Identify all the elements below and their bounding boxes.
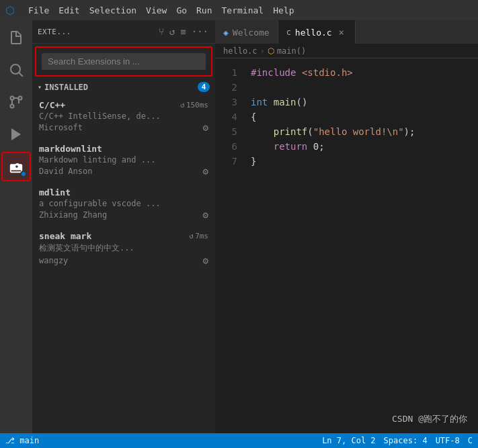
installed-count-badge: 4 <box>198 82 210 92</box>
activity-search[interactable] <box>1 55 31 85</box>
chevron-down-icon: ▾ <box>38 83 42 91</box>
gear-icon[interactable]: ⚙ <box>203 166 208 177</box>
activity-bar <box>0 20 32 433</box>
vscode-logo: ⬡ <box>5 4 15 17</box>
sidebar-header: EXTE... ⑂ ↺ ≡ ··· <box>32 20 215 44</box>
menu-edit[interactable]: Edit <box>58 5 79 15</box>
menu-go[interactable]: Go <box>176 5 187 15</box>
list-item[interactable]: C/C++ ↺ 150ms C/C++ IntelliSense, de... … <box>35 95 212 138</box>
ext-description: C/C++ IntelliSense, de... <box>39 111 173 121</box>
code-area: 1 2 3 4 5 6 7 #include <stdio.h> int mai… <box>215 58 478 433</box>
filter-icon[interactable]: ⑂ <box>157 25 165 38</box>
more-icon[interactable]: ··· <box>190 25 210 38</box>
editor-area: ◈ Welcome c hello.c × hello.c › ⬡ main()… <box>215 20 478 433</box>
refresh-icon[interactable]: ↺ <box>168 25 176 38</box>
svg-point-2 <box>11 97 14 100</box>
ext-name: sneak mark <box>39 231 91 241</box>
status-encoding[interactable]: UTF-8 <box>436 436 460 445</box>
ext-name: C/C++ <box>39 100 65 110</box>
tab-welcome[interactable]: ◈ Welcome <box>215 20 278 44</box>
tabs-bar: ◈ Welcome c hello.c × <box>215 20 478 44</box>
status-branch[interactable]: ⎇ main <box>5 436 39 445</box>
activity-extensions[interactable] <box>1 152 31 181</box>
menu-run[interactable]: Run <box>196 5 212 15</box>
ext-time: ↺ 7ms <box>190 232 209 240</box>
menu-view[interactable]: View <box>146 5 167 15</box>
title-bar: ⬡ File Edit Selection View Go Run Termin… <box>0 0 478 20</box>
ext-name: mdlint <box>39 187 71 197</box>
status-left: ⎇ main <box>5 436 39 445</box>
tab-hello-c-label: hello.c <box>295 28 332 38</box>
status-bar: ⎇ main Ln 7, Col 2 Spaces: 4 UTF-8 C <box>0 433 478 448</box>
ext-time: ↺ 150ms <box>180 101 208 109</box>
ext-description: 检测英文语句中的中文... <box>39 242 173 254</box>
sidebar-title: EXTE... <box>38 28 153 36</box>
welcome-icon: ◈ <box>223 28 229 38</box>
menu-file[interactable]: File <box>28 5 49 15</box>
ext-description: a configurable vscode ... <box>39 199 173 208</box>
breadcrumb-func[interactable]: main() <box>277 46 306 56</box>
search-extensions-input[interactable] <box>42 53 206 70</box>
svg-point-0 <box>11 64 20 74</box>
line-numbers: 1 2 3 4 5 6 7 <box>215 58 245 433</box>
svg-marker-5 <box>11 128 21 140</box>
status-language[interactable]: C <box>468 436 473 445</box>
section-label: INSTALLED <box>44 83 88 92</box>
ext-author: Microsoft <box>39 123 83 132</box>
ext-author: David Anson <box>39 167 92 176</box>
extensions-sidebar: EXTE... ⑂ ↺ ≡ ··· ▾ INSTALLED 4 C/C++ ↺ <box>32 20 215 433</box>
status-spaces[interactable]: Spaces: 4 <box>384 436 428 445</box>
gear-icon[interactable]: ⚙ <box>203 122 208 133</box>
ext-author: wangzy <box>39 256 68 265</box>
extension-list: C/C++ ↺ 150ms C/C++ IntelliSense, de... … <box>32 95 215 433</box>
list-item[interactable]: sneak mark ↺ 7ms 检测英文语句中的中文... wangzy ⚙ <box>35 226 212 271</box>
ext-name: markdownlint <box>39 144 102 154</box>
breadcrumb-separator: › <box>260 46 265 56</box>
tab-welcome-label: Welcome <box>233 28 270 38</box>
svg-point-3 <box>11 105 14 108</box>
gear-icon[interactable]: ⚙ <box>203 255 208 266</box>
status-position[interactable]: Ln 7, Col 2 <box>322 436 375 445</box>
activity-run[interactable] <box>1 120 31 149</box>
main-area: EXTE... ⑂ ↺ ≡ ··· ▾ INSTALLED 4 C/C++ ↺ <box>0 20 478 433</box>
gear-icon[interactable]: ⚙ <box>203 210 208 220</box>
close-tab-icon[interactable]: × <box>336 27 347 38</box>
status-right: Ln 7, Col 2 Spaces: 4 UTF-8 C <box>322 436 473 445</box>
menu-selection[interactable]: Selection <box>89 5 136 15</box>
list-item[interactable]: markdownlint Markdown linting and ... Da… <box>35 138 212 182</box>
activity-scm[interactable] <box>1 87 31 117</box>
c-file-icon: c <box>286 28 291 37</box>
menu-terminal[interactable]: Terminal <box>222 5 264 15</box>
ext-author: Zhixiang Zhang <box>39 210 107 220</box>
installed-section-header[interactable]: ▾ INSTALLED 4 <box>32 79 215 95</box>
search-container <box>35 46 212 77</box>
menu-help[interactable]: Help <box>273 5 294 15</box>
ext-description: Markdown linting and ... <box>39 155 173 165</box>
sort-icon[interactable]: ≡ <box>179 25 187 38</box>
activity-explorer[interactable] <box>1 23 31 52</box>
menu-bar: File Edit Selection View Go Run Terminal… <box>28 5 294 15</box>
code-editor[interactable]: #include <stdio.h> int main() { printf("… <box>245 58 478 433</box>
breadcrumb: hello.c › ⬡ main() <box>215 44 478 58</box>
sidebar-actions: ⑂ ↺ ≡ ··· <box>157 25 210 38</box>
list-item[interactable]: mdlint a configurable vscode ... Zhixian… <box>35 182 212 226</box>
breadcrumb-file[interactable]: hello.c <box>223 46 257 56</box>
tab-hello-c[interactable]: c hello.c × <box>278 20 356 44</box>
svg-line-1 <box>19 73 24 77</box>
function-icon: ⬡ <box>268 46 274 56</box>
